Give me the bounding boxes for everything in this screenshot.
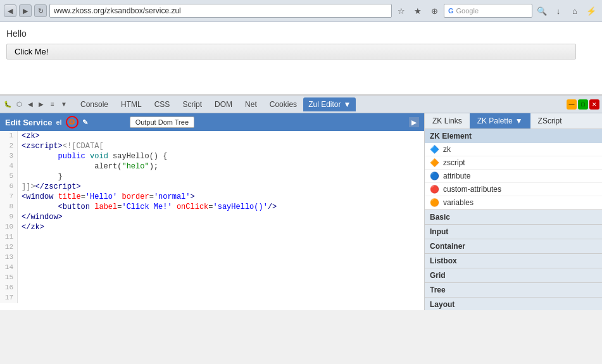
expand-icon[interactable]: ▶ xyxy=(409,117,419,127)
tab-zk-palette[interactable]: ZK Palette ▼ xyxy=(470,113,530,129)
editor-panel: Edit Service el ⚙ ✎ Output Dom Tree ▶ 1 … xyxy=(0,113,425,310)
devtools-tabbar: 🐛 ⬡ ◀ ▶ ≡ ▼ Console HTML CSS Script DOM … xyxy=(0,96,602,113)
dropdown-icon[interactable]: ▼ xyxy=(59,99,69,110)
line-num-11: 11 xyxy=(0,232,18,242)
code-line-9: 9 </window> xyxy=(0,212,424,222)
tab-zscript[interactable]: ZScript xyxy=(530,113,570,129)
next-icon[interactable]: ▶ xyxy=(36,99,46,110)
section-tree[interactable]: Tree xyxy=(425,282,602,297)
zk-item-attribute[interactable]: 🔵 attribute xyxy=(425,170,602,183)
code-line-13: 13 xyxy=(0,253,424,263)
bookmark-icon[interactable]: ★ xyxy=(411,4,425,18)
editor-title: Edit Service xyxy=(5,118,52,127)
output-dom-tree-button[interactable]: Output Dom Tree xyxy=(130,116,194,128)
code-line-2: 2 <zscript><![CDATA[ xyxy=(0,141,424,151)
section-grid[interactable]: Grid xyxy=(425,268,602,282)
devtools-toolbar-icons: 🐛 ⬡ ◀ ▶ ≡ ▼ xyxy=(3,99,69,110)
tab-html[interactable]: HTML xyxy=(115,97,148,111)
gear-icon[interactable]: ⚙ xyxy=(66,116,78,129)
zk-item-zscript[interactable]: 🔶 zscript xyxy=(425,156,602,170)
zk-item-icon-zscript: 🔶 xyxy=(430,158,439,167)
right-tabbar: ZK Links ZK Palette ▼ ZScript xyxy=(425,113,602,129)
home-icon[interactable]: ⌂ xyxy=(568,4,582,18)
code-line-5: 5 } xyxy=(0,172,424,182)
section-listbox[interactable]: Listbox xyxy=(425,253,602,268)
close-button[interactable]: ✕ xyxy=(589,99,599,110)
section-layout[interactable]: Layout xyxy=(425,297,602,310)
line-content-10: </zk> xyxy=(18,222,44,232)
zk-item-custom-attributes[interactable]: 🔴 custom-attributes xyxy=(425,183,602,196)
click-me-button[interactable]: Click Me! xyxy=(6,44,576,60)
line-num-2: 2 xyxy=(0,141,18,151)
editor-subtitle: el xyxy=(56,118,61,126)
search-icon[interactable]: 🔍 xyxy=(535,4,549,18)
prev-icon[interactable]: ◀ xyxy=(25,99,35,110)
right-panel: ZK Links ZK Palette ▼ ZScript ZK Element… xyxy=(425,113,602,310)
page-title: Hello xyxy=(6,28,596,39)
minimize-button[interactable]: — xyxy=(567,99,577,110)
bug-icon[interactable]: 🐛 xyxy=(3,99,13,110)
zk-item-zk[interactable]: 🔷 zk xyxy=(425,143,602,156)
edit-icon2: ✎ xyxy=(82,118,88,127)
tab-palette-label: ZK Palette xyxy=(477,116,513,125)
devtools-panel: 🐛 ⬡ ◀ ▶ ≡ ▼ Console HTML CSS Script DOM … xyxy=(0,95,602,310)
code-line-14: 14 xyxy=(0,263,424,273)
code-line-15: 15 xyxy=(0,273,424,283)
gear-symbol: ⚙ xyxy=(68,118,75,127)
code-line-12: 12 xyxy=(0,242,424,253)
tab-zk-links[interactable]: ZK Links xyxy=(425,113,470,129)
line-num-17: 17 xyxy=(0,293,18,303)
editor-container: Edit Service el ⚙ ✎ Output Dom Tree ▶ 1 … xyxy=(0,113,602,310)
inspect-icon[interactable]: ⬡ xyxy=(14,99,24,110)
line-num-6: 6 xyxy=(0,182,18,192)
extension-icon[interactable]: ⚡ xyxy=(584,4,598,18)
zk-item-variables[interactable]: 🟠 variables xyxy=(425,196,602,210)
code-line-4: 4 alert("helo"); xyxy=(0,161,424,172)
section-input[interactable]: Input xyxy=(425,224,602,239)
rss-icon[interactable]: ⊕ xyxy=(427,4,441,18)
zk-item-icon-variables: 🟠 xyxy=(430,198,439,207)
code-line-3: 3 public void sayHello() { xyxy=(0,151,424,161)
code-line-17: 17 xyxy=(0,293,424,303)
code-line-11: 11 xyxy=(0,232,424,242)
back-button[interactable]: ◀ xyxy=(4,4,16,17)
zk-item-label-zscript: zscript xyxy=(443,158,465,167)
browser-chrome: ◀ ▶ ↻ www.zkoss.org/zksandbox/service.zu… xyxy=(0,0,602,22)
address-bar[interactable]: www.zkoss.org/zksandbox/service.zul xyxy=(49,4,392,18)
tab-css[interactable]: CSS xyxy=(148,97,177,111)
line-content-2: <zscript><![CDATA[ xyxy=(18,141,104,151)
section-container[interactable]: Container xyxy=(425,239,602,253)
line-num-12: 12 xyxy=(0,242,18,253)
menu-icon[interactable]: ≡ xyxy=(47,99,58,110)
search-box[interactable]: G Google xyxy=(444,4,532,18)
tab-cookies[interactable]: Cookies xyxy=(263,97,303,111)
nav-arrows: ◀ ▶ xyxy=(25,99,46,110)
zul-editor-label: Zul Editor xyxy=(308,100,341,109)
zk-item-label-custom: custom-attributes xyxy=(443,185,501,194)
download-icon[interactable]: ↓ xyxy=(551,4,565,18)
code-line-7: 7 <window title='Hello' border='normal'> xyxy=(0,192,424,202)
tab-dom[interactable]: DOM xyxy=(208,97,239,111)
forward-button[interactable]: ▶ xyxy=(19,4,32,17)
line-num-13: 13 xyxy=(0,253,18,263)
line-content-1: <zk> xyxy=(18,131,40,141)
line-num-14: 14 xyxy=(0,263,18,273)
page-content: Hello Click Me! xyxy=(0,22,602,95)
zk-item-icon-attribute: 🔵 xyxy=(430,172,439,180)
tab-net[interactable]: Net xyxy=(239,97,263,111)
tab-script[interactable]: Script xyxy=(176,97,208,111)
tab-console[interactable]: Console xyxy=(74,97,115,111)
line-num-5: 5 xyxy=(0,172,18,182)
search-placeholder: Google xyxy=(456,7,479,15)
line-content-5: } xyxy=(18,172,63,182)
palette-dropdown-arrow: ▼ xyxy=(515,116,523,125)
zk-item-icon-custom: 🔴 xyxy=(430,185,439,194)
section-basic[interactable]: Basic xyxy=(425,210,602,224)
line-num-4: 4 xyxy=(0,161,18,172)
refresh-button[interactable]: ↻ xyxy=(34,4,47,17)
url-text: www.zkoss.org/zksandbox/service.zul xyxy=(54,6,181,15)
maximize-button[interactable]: □ xyxy=(578,99,588,110)
star-icon[interactable]: ☆ xyxy=(394,4,408,18)
tab-zul-editor[interactable]: Zul Editor ▼ xyxy=(303,97,356,111)
code-editor[interactable]: 1 <zk> 2 <zscript><![CDATA[ 3 public voi… xyxy=(0,131,424,310)
